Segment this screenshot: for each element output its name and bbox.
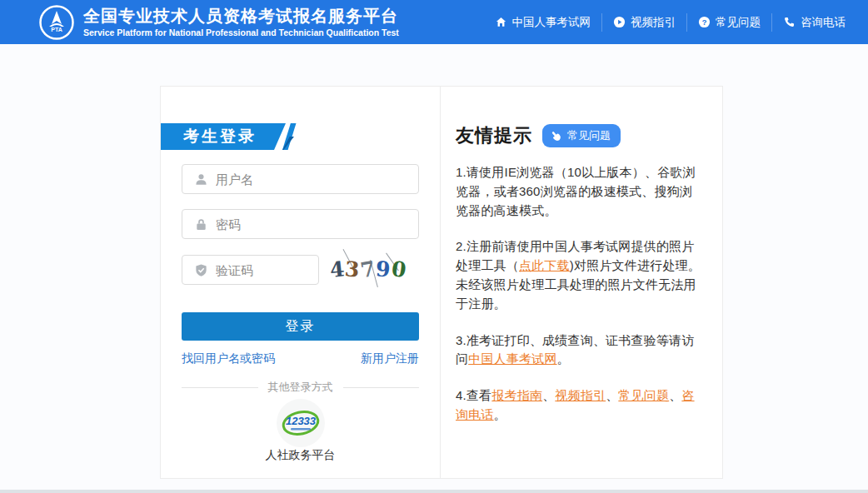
lock-icon	[194, 217, 208, 232]
tip-link[interactable]: 视频指引	[555, 388, 606, 402]
pointing-hand-icon	[550, 130, 562, 142]
top-header: PTA 全国专业技术人员资格考试报名服务平台 Service Platform …	[0, 0, 868, 44]
tip-paragraph: 1.请使用IE浏览器（10以上版本）、谷歌浏览器，或者360浏览器的极速模式、搜…	[456, 163, 704, 220]
other-login-divider: 其他登录方式	[182, 380, 419, 395]
login-panel: 考生登录	[161, 87, 440, 478]
candidate-login-banner: 考生登录	[161, 123, 311, 150]
home-icon	[495, 16, 507, 28]
site-title-block: 全国专业技术人员资格考试报名服务平台 Service Platform for …	[83, 7, 399, 37]
tip-paragraph: 3.准考证打印、成绩查询、证书查验等请访问中国人事考试网。	[456, 331, 704, 370]
login-links-row: 找回用户名或密码 新用户注册	[182, 351, 419, 366]
other-login-divider-label: 其他登录方式	[268, 380, 333, 395]
phone-icon	[783, 16, 796, 28]
password-field-wrap	[182, 209, 419, 239]
nav-item-label: 视频指引	[631, 15, 676, 30]
video-play-icon	[613, 16, 626, 28]
nav-item-faq[interactable]: ? 常见问题	[686, 13, 771, 32]
svg-text:12333: 12333	[286, 415, 317, 427]
nav-item-label: 咨询电话	[801, 15, 846, 30]
login-button[interactable]: 登录	[182, 312, 419, 341]
tips-panel: 友情提示 常见问题 1.请使用IE浏览器（10以上版本）、谷歌浏览器，或者360…	[440, 87, 722, 478]
header-nav: 中国人事考试网 视频指引 ? 常见问题 咨询电话	[484, 0, 857, 44]
user-icon	[194, 172, 208, 187]
nav-item-cpta-site[interactable]: 中国人事考试网	[484, 13, 602, 32]
captcha-image[interactable]: 43790	[332, 251, 405, 286]
username-input[interactable]	[216, 172, 410, 187]
svg-text:PTA: PTA	[51, 27, 62, 32]
svg-text:?: ?	[702, 18, 707, 27]
faq-badge-button[interactable]: 常见问题	[542, 124, 621, 147]
site-title: 全国专业技术人员资格考试报名服务平台	[83, 7, 399, 26]
captcha-field-wrap	[182, 255, 319, 285]
nav-item-video-guide[interactable]: 视频指引	[601, 13, 686, 32]
captcha-digit: 0	[390, 256, 408, 281]
nav-item-phone[interactable]: 咨询电话	[771, 13, 856, 32]
platform-label: 人社政务平台	[161, 448, 440, 463]
tips-title: 友情提示	[456, 123, 532, 148]
faq-badge-label: 常见问题	[567, 128, 611, 143]
username-field-wrap	[182, 164, 419, 194]
nav-item-label: 常见问题	[716, 15, 761, 30]
tip-link[interactable]: 报考指南	[491, 388, 542, 402]
renshe-12333-login-button[interactable]: 12333	[277, 399, 325, 447]
shield-check-icon	[194, 263, 208, 277]
tips-list: 1.请使用IE浏览器（10以上版本）、谷歌浏览器，或者360浏览器的极速模式、搜…	[456, 163, 704, 425]
new-user-register-link[interactable]: 新用户注册	[361, 351, 419, 366]
tip-link[interactable]: 常见问题	[618, 388, 669, 402]
pta-emblem-icon: PTA	[38, 4, 75, 41]
tips-title-row: 友情提示 常见问题	[456, 123, 704, 148]
main-content-box: 考生登录	[160, 86, 723, 479]
footer-strip	[0, 490, 868, 493]
question-icon: ?	[698, 16, 711, 28]
password-input[interactable]	[216, 217, 410, 232]
tip-link[interactable]: 点此下载	[519, 258, 570, 272]
site-subtitle: Service Platform for National Profession…	[83, 27, 399, 37]
nav-item-label: 中国人事考试网	[512, 15, 591, 30]
candidate-login-banner-label: 考生登录	[161, 123, 286, 150]
logo-12333-icon: 12333	[277, 399, 325, 447]
forgot-credentials-link[interactable]: 找回用户名或密码	[182, 351, 275, 366]
tip-paragraph: 4.查看报考指南、视频指引、常见问题、咨询电话。	[456, 386, 704, 425]
tip-paragraph: 2.注册前请使用中国人事考试网提供的照片处理工具（点此下载)对照片文件进行处理。…	[456, 237, 704, 313]
tip-link[interactable]: 中国人事考试网	[468, 351, 556, 366]
